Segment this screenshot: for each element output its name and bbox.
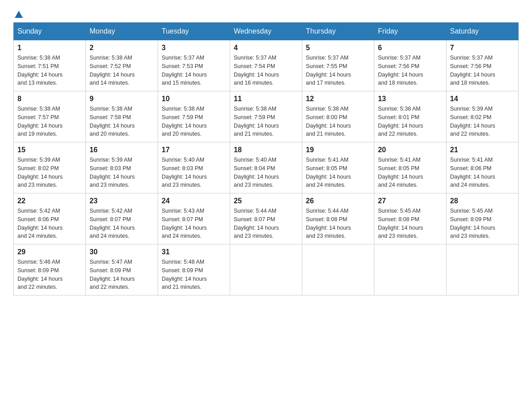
calendar-cell: 6 Sunrise: 5:37 AM Sunset: 7:56 PM Dayli…: [374, 40, 446, 91]
day-info: Sunrise: 5:40 AM Sunset: 8:04 PM Dayligh…: [234, 156, 298, 189]
col-header-tuesday: Tuesday: [158, 23, 230, 40]
calendar-week-row: 15 Sunrise: 5:39 AM Sunset: 8:02 PM Dayl…: [14, 142, 519, 193]
calendar-table: SundayMondayTuesdayWednesdayThursdayFrid…: [13, 22, 519, 295]
calendar-cell: 13 Sunrise: 5:38 AM Sunset: 8:01 PM Dayl…: [374, 91, 446, 142]
calendar-cell: 30 Sunrise: 5:47 AM Sunset: 8:09 PM Dayl…: [86, 244, 158, 295]
day-info: Sunrise: 5:37 AM Sunset: 7:54 PM Dayligh…: [234, 54, 298, 87]
col-header-friday: Friday: [374, 23, 446, 40]
day-info: Sunrise: 5:38 AM Sunset: 8:00 PM Dayligh…: [306, 105, 370, 138]
day-info: Sunrise: 5:41 AM Sunset: 8:05 PM Dayligh…: [378, 156, 442, 189]
day-number: 4: [234, 44, 298, 52]
day-number: 6: [378, 44, 442, 52]
col-header-thursday: Thursday: [302, 23, 374, 40]
day-info: Sunrise: 5:37 AM Sunset: 7:55 PM Dayligh…: [306, 54, 370, 87]
page-header: [13, 9, 519, 18]
day-info: Sunrise: 5:38 AM Sunset: 7:58 PM Dayligh…: [90, 105, 154, 138]
day-info: Sunrise: 5:41 AM Sunset: 8:05 PM Dayligh…: [306, 156, 370, 189]
day-info: Sunrise: 5:44 AM Sunset: 8:07 PM Dayligh…: [234, 207, 298, 240]
day-number: 11: [234, 95, 298, 103]
calendar-cell: 12 Sunrise: 5:38 AM Sunset: 8:00 PM Dayl…: [302, 91, 374, 142]
logo: [13, 9, 24, 18]
day-info: Sunrise: 5:42 AM Sunset: 8:07 PM Dayligh…: [90, 207, 154, 240]
calendar-week-row: 8 Sunrise: 5:38 AM Sunset: 7:57 PM Dayli…: [14, 91, 519, 142]
calendar-cell: 23 Sunrise: 5:42 AM Sunset: 8:07 PM Dayl…: [86, 193, 158, 244]
day-info: Sunrise: 5:39 AM Sunset: 8:02 PM Dayligh…: [450, 105, 515, 138]
calendar-week-row: 22 Sunrise: 5:42 AM Sunset: 8:06 PM Dayl…: [14, 193, 519, 244]
day-number: 25: [234, 197, 298, 205]
day-number: 28: [450, 197, 515, 205]
day-info: Sunrise: 5:45 AM Sunset: 8:08 PM Dayligh…: [378, 207, 442, 240]
calendar-cell: 4 Sunrise: 5:37 AM Sunset: 7:54 PM Dayli…: [230, 40, 302, 91]
calendar-cell: 24 Sunrise: 5:43 AM Sunset: 8:07 PM Dayl…: [158, 193, 230, 244]
day-info: Sunrise: 5:40 AM Sunset: 8:03 PM Dayligh…: [162, 156, 226, 189]
day-number: 10: [162, 95, 226, 103]
calendar-cell: 27 Sunrise: 5:45 AM Sunset: 8:08 PM Dayl…: [374, 193, 446, 244]
day-number: 8: [17, 95, 82, 103]
day-info: Sunrise: 5:47 AM Sunset: 8:09 PM Dayligh…: [90, 258, 154, 291]
calendar-cell: [374, 244, 446, 295]
day-number: 31: [162, 248, 226, 256]
calendar-cell: 1 Sunrise: 5:38 AM Sunset: 7:51 PM Dayli…: [14, 40, 86, 91]
calendar-cell: 11 Sunrise: 5:38 AM Sunset: 7:59 PM Dayl…: [230, 91, 302, 142]
calendar-cell: 16 Sunrise: 5:39 AM Sunset: 8:03 PM Dayl…: [86, 142, 158, 193]
day-number: 21: [450, 146, 515, 154]
day-number: 24: [162, 197, 226, 205]
calendar-week-row: 29 Sunrise: 5:46 AM Sunset: 8:09 PM Dayl…: [14, 244, 519, 295]
calendar-cell: 7 Sunrise: 5:37 AM Sunset: 7:56 PM Dayli…: [446, 40, 519, 91]
calendar-cell: 8 Sunrise: 5:38 AM Sunset: 7:57 PM Dayli…: [14, 91, 86, 142]
calendar-cell: 26 Sunrise: 5:44 AM Sunset: 8:08 PM Dayl…: [302, 193, 374, 244]
day-info: Sunrise: 5:37 AM Sunset: 7:53 PM Dayligh…: [162, 54, 226, 87]
day-number: 23: [90, 197, 154, 205]
day-number: 27: [378, 197, 442, 205]
day-info: Sunrise: 5:42 AM Sunset: 8:06 PM Dayligh…: [17, 207, 82, 240]
calendar-cell: 18 Sunrise: 5:40 AM Sunset: 8:04 PM Dayl…: [230, 142, 302, 193]
day-number: 19: [306, 146, 370, 154]
day-info: Sunrise: 5:39 AM Sunset: 8:03 PM Dayligh…: [90, 156, 154, 189]
day-number: 30: [90, 248, 154, 256]
day-number: 2: [90, 44, 154, 52]
calendar-cell: 28 Sunrise: 5:45 AM Sunset: 8:09 PM Dayl…: [446, 193, 519, 244]
calendar-cell: 29 Sunrise: 5:46 AM Sunset: 8:09 PM Dayl…: [14, 244, 86, 295]
day-info: Sunrise: 5:38 AM Sunset: 7:57 PM Dayligh…: [17, 105, 82, 138]
calendar-cell: [230, 244, 302, 295]
day-info: Sunrise: 5:43 AM Sunset: 8:07 PM Dayligh…: [162, 207, 226, 240]
day-number: 1: [17, 44, 82, 52]
day-info: Sunrise: 5:44 AM Sunset: 8:08 PM Dayligh…: [306, 207, 370, 240]
calendar-cell: 21 Sunrise: 5:41 AM Sunset: 8:06 PM Dayl…: [446, 142, 519, 193]
svg-marker-0: [15, 11, 23, 18]
col-header-monday: Monday: [86, 23, 158, 40]
col-header-sunday: Sunday: [14, 23, 86, 40]
day-info: Sunrise: 5:38 AM Sunset: 7:52 PM Dayligh…: [90, 54, 154, 87]
calendar-cell: 2 Sunrise: 5:38 AM Sunset: 7:52 PM Dayli…: [86, 40, 158, 91]
day-info: Sunrise: 5:45 AM Sunset: 8:09 PM Dayligh…: [450, 207, 515, 240]
day-number: 13: [378, 95, 442, 103]
day-info: Sunrise: 5:37 AM Sunset: 7:56 PM Dayligh…: [450, 54, 515, 87]
calendar-cell: 9 Sunrise: 5:38 AM Sunset: 7:58 PM Dayli…: [86, 91, 158, 142]
calendar-cell: 10 Sunrise: 5:38 AM Sunset: 7:59 PM Dayl…: [158, 91, 230, 142]
calendar-cell: 22 Sunrise: 5:42 AM Sunset: 8:06 PM Dayl…: [14, 193, 86, 244]
logo-triangle-icon: [14, 10, 24, 20]
day-number: 12: [306, 95, 370, 103]
calendar-cell: [446, 244, 519, 295]
day-number: 18: [234, 146, 298, 154]
day-info: Sunrise: 5:48 AM Sunset: 8:09 PM Dayligh…: [162, 258, 226, 291]
day-info: Sunrise: 5:39 AM Sunset: 8:02 PM Dayligh…: [17, 156, 82, 189]
day-number: 16: [90, 146, 154, 154]
day-number: 20: [378, 146, 442, 154]
calendar-header-row: SundayMondayTuesdayWednesdayThursdayFrid…: [14, 23, 519, 40]
calendar-cell: 5 Sunrise: 5:37 AM Sunset: 7:55 PM Dayli…: [302, 40, 374, 91]
day-number: 7: [450, 44, 515, 52]
calendar-cell: [302, 244, 374, 295]
day-number: 3: [162, 44, 226, 52]
day-number: 29: [17, 248, 82, 256]
calendar-cell: 3 Sunrise: 5:37 AM Sunset: 7:53 PM Dayli…: [158, 40, 230, 91]
col-header-saturday: Saturday: [446, 23, 519, 40]
day-number: 9: [90, 95, 154, 103]
calendar-cell: 19 Sunrise: 5:41 AM Sunset: 8:05 PM Dayl…: [302, 142, 374, 193]
day-number: 17: [162, 146, 226, 154]
day-info: Sunrise: 5:46 AM Sunset: 8:09 PM Dayligh…: [17, 258, 82, 291]
calendar-week-row: 1 Sunrise: 5:38 AM Sunset: 7:51 PM Dayli…: [14, 40, 519, 91]
day-info: Sunrise: 5:38 AM Sunset: 7:59 PM Dayligh…: [162, 105, 226, 138]
calendar-cell: 17 Sunrise: 5:40 AM Sunset: 8:03 PM Dayl…: [158, 142, 230, 193]
day-info: Sunrise: 5:38 AM Sunset: 8:01 PM Dayligh…: [378, 105, 442, 138]
